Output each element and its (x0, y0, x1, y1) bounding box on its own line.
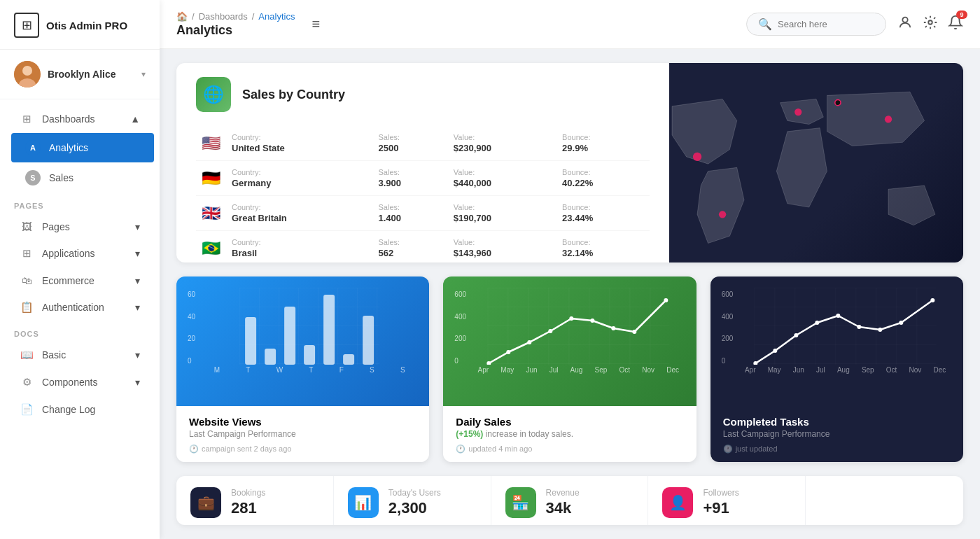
x-axis-labels: Apr May Jun Jul Aug Sep Oct Nov Dec (738, 366, 952, 374)
followers-icon: 👤 (662, 487, 693, 518)
svg-rect-13 (284, 307, 295, 365)
notifications-icon[interactable]: 9 (948, 15, 963, 34)
y-axis-labels: 60 40 20 0 (188, 288, 195, 365)
chevron-down-icon: ▾ (135, 248, 140, 259)
breadcrumb: 🏠 / Dashboards / Analytics (176, 11, 295, 22)
breadcrumb-dashboards[interactable]: Dashboards (199, 11, 248, 22)
sidebar-item-pages[interactable]: 🖼 Pages ▾ (6, 214, 154, 239)
basic-icon: 📖 (20, 349, 34, 361)
breadcrumb-block: 🏠 / Dashboards / Analytics Analytics (176, 11, 295, 38)
website-views-chart: 60 40 20 0 (176, 276, 429, 406)
sidebar-item-analytics[interactable]: A Analytics (11, 133, 154, 162)
authentication-icon: 📋 (20, 301, 34, 314)
home-icon[interactable]: 🏠 (176, 11, 188, 22)
x-axis-labels: M T W T F S S (201, 366, 418, 374)
svg-point-27 (664, 298, 668, 302)
avatar (14, 61, 41, 88)
sidebar-item-basic[interactable]: 📖 Basic ▾ (6, 342, 154, 368)
revenue-label: Revenue (546, 488, 580, 498)
country-row: 🇧🇷 Country: Brasil Sales: 562 Value: $14… (196, 231, 650, 262)
svg-point-1 (22, 66, 32, 76)
svg-point-8 (719, 211, 726, 218)
svg-rect-16 (343, 354, 354, 365)
svg-rect-14 (304, 345, 315, 365)
user-profile-icon[interactable] (897, 15, 913, 34)
sales-letter: S (25, 170, 41, 186)
svg-point-33 (836, 314, 841, 318)
svg-rect-17 (363, 316, 374, 365)
line-chart-svg (738, 288, 952, 365)
country-value-cell: Value: $440,000 (448, 161, 556, 196)
daily-sales-title: Daily Sales (456, 416, 683, 428)
logo-text: Otis Admin PRO (46, 20, 127, 31)
today-users-value: 2,300 (388, 499, 441, 517)
svg-rect-15 (323, 295, 335, 365)
website-views-title: Website Views (189, 416, 416, 428)
sidebar-nav: ⊞ Dashboards ▲ A Analytics S Sales PAGES… (0, 99, 160, 539)
completed-tasks-title: Completed Tasks (723, 416, 951, 428)
sidebar-item-applications[interactable]: ⊞ Applications ▾ (6, 240, 154, 267)
svg-point-37 (931, 298, 935, 302)
website-views-subtitle: Last Campaign Performance (189, 429, 416, 439)
completed-tasks-meta: 🕐 just updated (723, 444, 951, 454)
sidebar-item-dashboards[interactable]: ⊞ Dashboards ▲ (6, 106, 154, 132)
today-users-label: Today's Users (388, 488, 441, 498)
country-bounce-cell: Bounce: 29.9% (556, 126, 650, 161)
stats-row: 💼 Bookings 281 📊 Today's Users 2,300 🏪 R… (176, 476, 963, 525)
country-sales-cell: Sales: 1.400 (372, 196, 447, 231)
bar-chart-svg (201, 288, 418, 365)
sidebar: ⊞ Otis Admin PRO Brooklyn Alice ▾ ⊞ Dash… (0, 0, 160, 539)
sidebar-item-components[interactable]: ⚙ Components ▾ (6, 369, 154, 396)
svg-point-7 (885, 115, 892, 122)
notification-badge: 9 (956, 10, 967, 19)
country-flag: 🇩🇪 (196, 161, 226, 196)
bookings-icon: 💼 (190, 487, 221, 518)
country-sales-cell: Sales: 2500 (372, 126, 447, 161)
sidebar-item-authentication[interactable]: 📋 Authentication ▾ (6, 294, 154, 321)
svg-point-25 (611, 326, 615, 330)
country-value-cell: Value: $143,960 (448, 231, 556, 262)
daily-sales-subtitle: (+15%) increase in today sales. (456, 429, 683, 439)
chevron-down-icon: ▾ (135, 221, 140, 232)
country-name-cell: Country: Brasil (226, 231, 372, 262)
changelog-icon: 📄 (20, 403, 34, 416)
svg-point-23 (569, 316, 573, 321)
main-content: 🏠 / Dashboards / Analytics Analytics ≡ 🔍 (160, 0, 980, 539)
sidebar-item-changelog[interactable]: 📄 Change Log (6, 396, 154, 423)
sales-title: Sales by Country (242, 88, 345, 102)
sidebar-item-sales[interactable]: S Sales (11, 163, 154, 192)
bookings-value: 281 (231, 499, 265, 517)
completed-tasks-card: 600 400 200 0 (710, 276, 963, 462)
svg-point-30 (774, 349, 778, 353)
svg-point-26 (632, 330, 636, 334)
menu-icon[interactable]: ≡ (312, 16, 320, 32)
search-box[interactable]: 🔍 (746, 13, 886, 36)
country-name-cell: Country: Great Britain (226, 196, 372, 231)
settings-icon[interactable] (923, 15, 938, 34)
svg-point-3 (902, 18, 907, 22)
globe-icon: 🌐 (196, 77, 231, 112)
breadcrumb-sep2: / (252, 11, 255, 22)
search-input[interactable] (778, 19, 874, 29)
clock-icon: 🕐 (456, 444, 465, 454)
country-bounce-cell: Bounce: 23.44% (556, 196, 650, 231)
daily-sales-highlight: (+15%) (456, 429, 483, 439)
stat-bookings: 💼 Bookings 281 (176, 476, 334, 525)
clock-icon: 🕐 (723, 444, 733, 454)
country-row: 🇬🇧 Country: Great Britain Sales: 1.400 V… (196, 196, 650, 231)
chevron-down-icon: ▾ (135, 377, 140, 388)
svg-point-6 (794, 108, 802, 115)
stat-revenue: 🏪 Revenue 34k (491, 476, 649, 525)
sidebar-item-ecommerce[interactable]: 🛍 Ecommerce ▾ (6, 267, 154, 293)
svg-point-31 (794, 333, 799, 337)
chevron-down-icon: ▾ (135, 275, 140, 286)
daily-sales-card: 600 400 200 0 (443, 276, 696, 462)
svg-point-9 (835, 100, 841, 106)
stat-followers-text: Followers +91 (703, 488, 738, 517)
sidebar-user[interactable]: Brooklyn Alice ▾ (0, 50, 160, 99)
stat-today-users-text: Today's Users 2,300 (388, 488, 441, 517)
world-map (669, 63, 963, 262)
chevron-down-icon: ▾ (135, 302, 140, 313)
clock-icon: 🕐 (189, 444, 199, 454)
country-flag: 🇧🇷 (196, 231, 226, 262)
